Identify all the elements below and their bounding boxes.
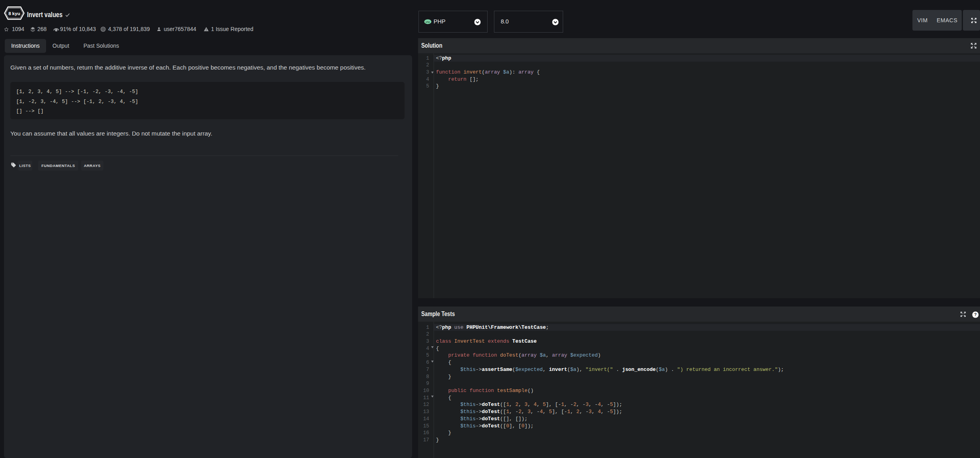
svg-text:?: ? xyxy=(974,312,976,317)
svg-text:8 kyu: 8 kyu xyxy=(8,11,20,16)
svg-text:php: php xyxy=(426,21,430,23)
